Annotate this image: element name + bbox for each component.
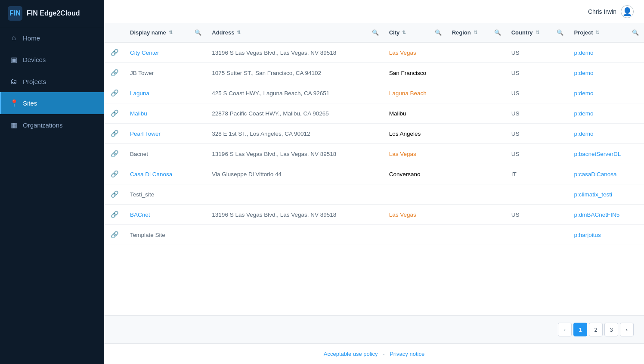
project-link[interactable]: p:demo: [574, 131, 593, 137]
row-project[interactable]: p:harjoitus: [569, 225, 644, 245]
footer: Acceptable use policy - Privacy notice: [104, 343, 644, 364]
site-name-link[interactable]: Malibu: [130, 110, 147, 117]
project-link[interactable]: p:bacnetServerDL: [574, 151, 621, 157]
content-area: Display name ⇅ 🔍 Address ⇅ 🔍: [104, 23, 644, 364]
row-link-icon[interactable]: 🔗: [104, 144, 125, 164]
row-link-icon[interactable]: 🔗: [104, 42, 125, 63]
row-country: US: [506, 42, 569, 63]
row-link-icon[interactable]: 🔗: [104, 225, 125, 245]
row-display-name[interactable]: Laguna: [125, 83, 207, 103]
col-displayname-header: Display name ⇅ 🔍: [125, 23, 207, 42]
project-link[interactable]: p:demo: [574, 70, 593, 76]
col-link-header: [104, 23, 125, 42]
row-link-icon[interactable]: 🔗: [104, 205, 125, 225]
row-link-icon[interactable]: 🔗: [104, 103, 125, 124]
country-search-icon[interactable]: 🔍: [557, 29, 564, 36]
row-region: [447, 205, 506, 225]
topbar: Chris Irwin 👤: [104, 0, 644, 23]
site-name-link[interactable]: Casa Di Canosa: [130, 171, 172, 177]
sidebar-item-sites[interactable]: 📍Sites: [0, 92, 104, 114]
table-row: 🔗Bacnet13196 S Las Vegas Blvd., Las Vega…: [104, 144, 644, 164]
row-display-name[interactable]: Casa Di Canosa: [125, 164, 207, 184]
row-display-name[interactable]: BACnet: [125, 205, 207, 225]
prev-page-button[interactable]: ‹: [558, 323, 572, 336]
sidebar-item-label-organizations: Organizations: [23, 121, 63, 129]
project-link[interactable]: p:demo: [574, 110, 593, 117]
project-search-icon[interactable]: 🔍: [632, 29, 639, 36]
row-link-icon[interactable]: 🔗: [104, 124, 125, 144]
sites-table: Display name ⇅ 🔍 Address ⇅ 🔍: [104, 23, 644, 245]
logo-icon: FIN: [8, 6, 22, 21]
city-sort-icon[interactable]: ⇅: [402, 30, 406, 35]
row-project[interactable]: p:demo: [569, 124, 644, 144]
row-project[interactable]: p:bacnetServerDL: [569, 144, 644, 164]
row-address: 425 S Coast HWY., Laguna Beach, CA 92651: [207, 83, 384, 103]
project-link[interactable]: p:demo: [574, 50, 593, 56]
row-address: 13196 S Las Vegas Blvd., Las Vegas, NV 8…: [207, 205, 384, 225]
row-project[interactable]: p:demo: [569, 83, 644, 103]
row-project[interactable]: p:demo: [569, 103, 644, 124]
row-country: [506, 225, 569, 245]
row-link-icon[interactable]: 🔗: [104, 164, 125, 184]
row-region: [447, 42, 506, 63]
row-project[interactable]: p:demo: [569, 63, 644, 83]
row-city: Conversano: [384, 164, 447, 184]
link-chain-icon: 🔗: [111, 150, 119, 157]
page-2-button[interactable]: 2: [589, 323, 603, 336]
sidebar-item-label-sites: Sites: [23, 100, 37, 107]
row-country: IT: [506, 164, 569, 184]
page-3-button[interactable]: 3: [604, 323, 618, 336]
col-address-header: Address ⇅ 🔍: [207, 23, 384, 42]
site-name-link[interactable]: Laguna: [130, 90, 149, 96]
table-header: Display name ⇅ 🔍 Address ⇅ 🔍: [104, 23, 644, 42]
country-sort-icon[interactable]: ⇅: [536, 30, 539, 35]
project-sort-icon[interactable]: ⇅: [595, 30, 599, 35]
row-display-name[interactable]: Malibu: [125, 103, 207, 124]
next-page-button[interactable]: ›: [620, 323, 634, 336]
project-link[interactable]: p:climatix_testi: [574, 191, 612, 198]
page-1-button[interactable]: 1: [573, 323, 587, 336]
sidebar-item-devices[interactable]: ▣Devices: [0, 49, 104, 71]
region-sort-icon[interactable]: ⇅: [474, 30, 477, 35]
row-project[interactable]: p:casaDiCanosa: [569, 164, 644, 184]
displayname-search-icon[interactable]: 🔍: [195, 29, 201, 36]
table-row: 🔗JB Tower1075 Sutter ST., San Francisco,…: [104, 63, 644, 83]
sidebar-item-organizations[interactable]: ▦Organizations: [0, 114, 104, 136]
row-project[interactable]: p:climatix_testi: [569, 184, 644, 205]
row-link-icon[interactable]: 🔗: [104, 63, 125, 83]
link-chain-icon: 🔗: [111, 49, 119, 56]
link-chain-icon: 🔗: [111, 211, 119, 218]
link-chain-icon: 🔗: [111, 89, 119, 96]
link-chain-icon: 🔗: [111, 130, 119, 137]
user-info[interactable]: Chris Irwin 👤: [588, 5, 634, 18]
sidebar-item-projects[interactable]: 🗂Projects: [0, 71, 104, 92]
row-display-name[interactable]: Pearl Tower: [125, 124, 207, 144]
site-name-link[interactable]: City Center: [130, 50, 159, 56]
sidebar-item-home[interactable]: ⌂Home: [0, 27, 104, 49]
row-project[interactable]: p:demo: [569, 42, 644, 63]
link-chain-icon: 🔗: [111, 109, 119, 117]
address-search-icon[interactable]: 🔍: [372, 29, 379, 36]
table-row: 🔗Testi_sitep:climatix_testi: [104, 184, 644, 205]
row-project[interactable]: p:dmBACnetFIN5: [569, 205, 644, 225]
project-link[interactable]: p:demo: [574, 90, 593, 96]
privacy-notice-link[interactable]: Privacy notice: [390, 351, 424, 357]
link-chain-icon: 🔗: [111, 69, 119, 76]
acceptable-use-policy-link[interactable]: Acceptable use policy: [324, 351, 378, 357]
project-link[interactable]: p:harjoitus: [574, 232, 601, 238]
city-search-icon[interactable]: 🔍: [435, 29, 442, 36]
table-row: 🔗BACnet13196 S Las Vegas Blvd., Las Vega…: [104, 205, 644, 225]
region-search-icon[interactable]: 🔍: [494, 29, 501, 36]
sidebar-nav: ⌂Home▣Devices🗂Projects📍Sites▦Organizatio…: [0, 27, 104, 136]
address-sort-icon[interactable]: ⇅: [237, 30, 241, 35]
site-name-link[interactable]: BACnet: [130, 212, 150, 218]
row-link-icon[interactable]: 🔗: [104, 83, 125, 103]
table-row: 🔗City Center13196 S Las Vegas Blvd., Las…: [104, 42, 644, 63]
row-region: [447, 184, 506, 205]
project-link[interactable]: p:casaDiCanosa: [574, 171, 616, 177]
row-display-name[interactable]: City Center: [125, 42, 207, 63]
row-link-icon[interactable]: 🔗: [104, 184, 125, 205]
project-link[interactable]: p:dmBACnetFIN5: [574, 212, 619, 218]
displayname-sort-icon[interactable]: ⇅: [169, 30, 173, 35]
site-name-link[interactable]: Pearl Tower: [130, 131, 161, 137]
